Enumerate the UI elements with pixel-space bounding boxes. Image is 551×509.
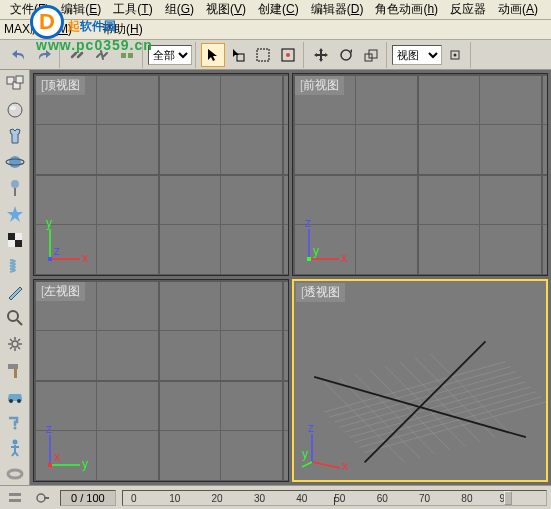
- svg-rect-1: [128, 53, 133, 58]
- menu-reactor[interactable]: 反应器: [444, 0, 492, 20]
- svg-rect-48: [48, 463, 52, 467]
- svg-point-24: [12, 341, 18, 347]
- redo-button[interactable]: [32, 43, 56, 67]
- workspace: [顶视图 x y z [前视图 x z y [左视图 y z x: [0, 70, 551, 485]
- svg-point-10: [454, 53, 457, 56]
- main-menu-bar: 文件(F) 编辑(E) 工具(T) 组(G) 视图(V) 创建(C) 编辑器(D…: [0, 0, 551, 20]
- svg-text:z: z: [46, 425, 52, 436]
- figure-icon[interactable]: [2, 436, 28, 459]
- car-icon[interactable]: [2, 384, 28, 407]
- svg-point-29: [13, 426, 16, 429]
- svg-rect-75: [9, 493, 21, 496]
- svg-point-15: [10, 106, 16, 110]
- maxscript-row: MAX脚本(M) 帮助(H): [0, 20, 551, 40]
- menu-create[interactable]: 创建(C): [252, 0, 305, 20]
- torus-icon[interactable]: [2, 462, 28, 485]
- move-button[interactable]: [309, 43, 333, 67]
- viewport-label-persp: [透视图: [296, 283, 345, 302]
- magnify-icon[interactable]: [2, 306, 28, 329]
- menu-character[interactable]: 角色动画(h): [369, 0, 444, 20]
- svg-point-28: [17, 399, 21, 403]
- axis-gizmo-icon: x z y: [301, 219, 349, 267]
- svg-line-65: [415, 358, 496, 439]
- svg-line-52: [334, 372, 515, 422]
- unlink-button[interactable]: [90, 43, 114, 67]
- bind-button[interactable]: [115, 43, 139, 67]
- primitives-box-icon[interactable]: [2, 72, 28, 95]
- svg-rect-36: [48, 257, 52, 261]
- viewport-top[interactable]: [顶视图 x y z: [33, 73, 289, 276]
- viewport-front[interactable]: [前视图 x z y: [292, 73, 548, 276]
- svg-line-69: [312, 462, 340, 468]
- selection-filter-dropdown[interactable]: 全部: [148, 45, 192, 65]
- menu-edit[interactable]: 编辑(E): [55, 0, 107, 20]
- frame-indicator[interactable]: 0 / 100: [60, 490, 116, 506]
- svg-point-16: [9, 156, 21, 168]
- faucet-icon[interactable]: [2, 410, 28, 433]
- svg-rect-76: [9, 499, 21, 502]
- pushpin-icon[interactable]: [2, 176, 28, 199]
- svg-text:x: x: [342, 459, 348, 472]
- svg-line-51: [339, 377, 520, 427]
- menu-file[interactable]: 文件(F): [4, 0, 55, 20]
- timeline-slider[interactable]: [504, 491, 512, 505]
- svg-line-73: [302, 462, 312, 470]
- viewport-container: [顶视图 x y z [前视图 x z y [左视图 y z x: [30, 70, 551, 485]
- viewport-left[interactable]: [左视图 y z x: [33, 279, 289, 482]
- svg-point-6: [341, 50, 351, 60]
- pivot-center-button[interactable]: [443, 43, 467, 67]
- menu-group[interactable]: 组(G): [159, 0, 200, 20]
- select-region-button[interactable]: [251, 43, 275, 67]
- menu-animation[interactable]: 动画(A): [492, 0, 544, 20]
- timeline-key-icon[interactable]: [32, 488, 54, 508]
- svg-point-5: [286, 53, 290, 57]
- svg-rect-22: [15, 240, 22, 247]
- shirt-icon[interactable]: [2, 124, 28, 147]
- undo-button[interactable]: [7, 43, 31, 67]
- brush-icon[interactable]: [2, 280, 28, 303]
- select-object-button[interactable]: [201, 43, 225, 67]
- svg-line-62: [370, 370, 451, 451]
- hammer-icon[interactable]: [2, 358, 28, 381]
- svg-rect-3: [257, 49, 269, 61]
- svg-rect-13: [16, 76, 23, 83]
- select-by-name-button[interactable]: [226, 43, 250, 67]
- menu-tools[interactable]: 工具(T): [107, 0, 158, 20]
- viewport-label-front: [前视图: [295, 76, 344, 95]
- svg-text:x: x: [341, 251, 347, 265]
- axis-gizmo-icon: x y z: [42, 219, 90, 267]
- svg-text:z: z: [305, 219, 311, 230]
- left-toolbar: [0, 70, 30, 485]
- gear-icon[interactable]: [2, 332, 28, 355]
- timeline-track[interactable]: 0 10 20 30 40 50 60 70 80 90: [122, 490, 547, 506]
- svg-line-58: [365, 402, 546, 452]
- link-button[interactable]: [65, 43, 89, 67]
- svg-rect-2: [237, 54, 244, 61]
- svg-point-27: [9, 399, 13, 403]
- menu-editors[interactable]: 编辑器(D): [305, 0, 370, 20]
- scale-button[interactable]: [359, 43, 383, 67]
- spring-icon[interactable]: [2, 254, 28, 277]
- axis-gizmo-icon: y z x: [42, 425, 90, 473]
- menu-views[interactable]: 视图(V): [200, 0, 252, 20]
- svg-text:x: x: [54, 450, 60, 464]
- svg-point-14: [8, 103, 22, 117]
- svg-line-64: [400, 362, 481, 443]
- rotate-button[interactable]: [334, 43, 358, 67]
- viewport-perspective[interactable]: [透视图 x z y: [292, 279, 548, 482]
- reference-coord-dropdown[interactable]: 视图: [392, 45, 442, 65]
- svg-rect-78: [44, 497, 49, 499]
- menu-maxscript[interactable]: MAX脚本(M): [4, 21, 72, 38]
- svg-rect-42: [307, 257, 311, 261]
- timeline-config-icon[interactable]: [4, 488, 26, 508]
- planet-icon[interactable]: [2, 150, 28, 173]
- star-icon[interactable]: [2, 202, 28, 225]
- svg-rect-0: [121, 53, 126, 58]
- svg-point-30: [12, 439, 17, 444]
- window-crossing-button[interactable]: [276, 43, 300, 67]
- checker-icon[interactable]: [2, 228, 28, 251]
- sphere-icon[interactable]: [2, 98, 28, 121]
- svg-point-31: [8, 470, 22, 478]
- svg-rect-25: [8, 364, 18, 369]
- menu-help[interactable]: 帮助(H): [102, 21, 143, 38]
